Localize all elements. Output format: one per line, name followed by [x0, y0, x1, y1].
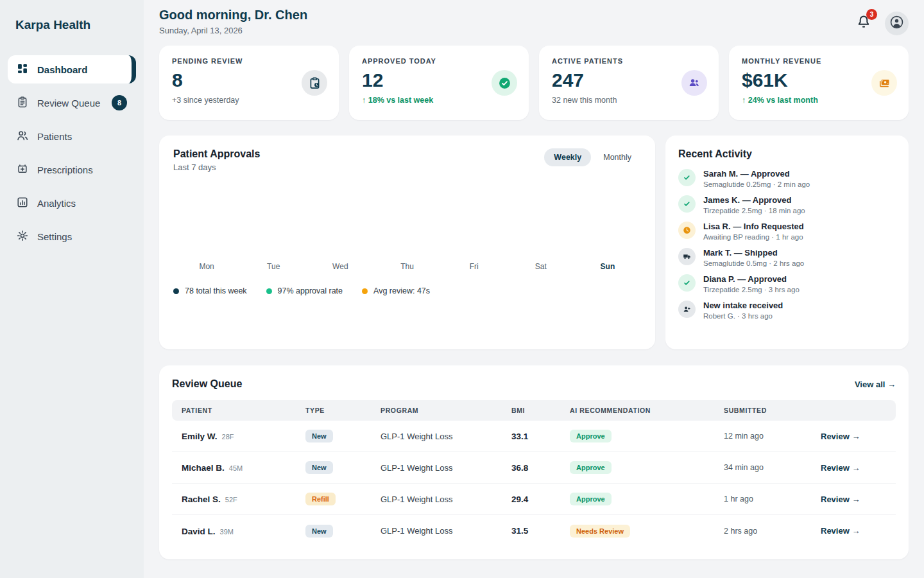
legend-dot: [362, 288, 368, 294]
program: GLP-1 Weight Loss: [381, 463, 511, 473]
legend-label: Avg review: 47s: [373, 286, 430, 295]
type-badge: Refill: [305, 493, 336, 505]
toggle-monthly[interactable]: Monthly: [594, 148, 641, 166]
activity-item: New intake received Robert G. · 3 hrs ag…: [678, 301, 896, 320]
sidebar-item-patients[interactable]: Patients: [8, 122, 136, 150]
activity-detail: Tirzepatide 2.5mg · 18 min ago: [703, 207, 805, 215]
view-all-link[interactable]: View all →: [855, 380, 896, 389]
patient-age: 28F: [222, 433, 234, 441]
stat-card-active-patients: ACTIVE PATIENTS 247 32 new this month: [539, 46, 719, 120]
sidebar-item-prescriptions[interactable]: Prescriptions: [8, 155, 136, 184]
activity-item: Lisa R. — Info Requested Awaiting BP rea…: [678, 222, 896, 241]
money-icon: [871, 70, 897, 96]
activity-title: Sarah M. — Approved: [703, 169, 810, 179]
legend-dot: [266, 288, 272, 294]
type-badge: New: [305, 461, 333, 474]
toggle-weekly[interactable]: Weekly: [544, 148, 591, 166]
page-date: Sunday, April 13, 2026: [159, 26, 307, 35]
sidebar-nav: Dashboard Review Queue 8 Patients Prescr…: [8, 55, 136, 250]
bell-icon: [855, 22, 872, 33]
chart-title: Patient Approvals: [173, 148, 260, 160]
activity-item: Diana P. — Approved Tirzepatide 2.5mg · …: [678, 274, 896, 293]
submitted-time: 1 hr ago: [724, 495, 821, 504]
patient-age: 45M: [229, 464, 243, 472]
program: GLP-1 Weight Loss: [381, 526, 511, 536]
sidebar-item-dashboard[interactable]: Dashboard: [8, 55, 136, 83]
type-badge: New: [305, 430, 333, 442]
column-header: AI RECOMMENDATION: [570, 407, 724, 414]
activity-title: New intake received: [703, 301, 783, 310]
sidebar: Karpa Health Dashboard Review Queue 8 Pa…: [0, 0, 144, 578]
column-header: SUBMITTED: [724, 407, 821, 414]
patient-age: 52F: [225, 496, 237, 504]
chart-range-toggle: Weekly Monthly: [544, 148, 641, 166]
check-icon: [678, 169, 696, 186]
profile-button[interactable]: [885, 12, 909, 35]
sidebar-item-label: Analytics: [37, 198, 76, 209]
stat-sub: ↑ 18% vs last week: [362, 96, 516, 105]
topbar: Good morning, Dr. Chen Sunday, April 13,…: [144, 0, 924, 40]
chart-day-labels: Mon Tue Wed Thu Fri Sat Sun: [173, 262, 641, 271]
check-icon: [678, 274, 696, 292]
patient-approvals-card: Patient Approvals Last 7 days Weekly Mon…: [159, 136, 655, 349]
app-logo: Karpa Health: [8, 15, 136, 35]
activity-item: Sarah M. — Approved Semaglutide 0.25mg ·…: [678, 169, 896, 188]
activity-title: Diana P. — Approved: [703, 274, 800, 284]
activity-item: Mark T. — Shipped Semaglutide 0.5mg · 2 …: [678, 248, 896, 267]
user-avatar-icon: [889, 14, 905, 33]
sidebar-item-label: Settings: [37, 231, 72, 242]
activity-detail: Semaglutide 0.25mg · 2 min ago: [703, 180, 810, 188]
table-row: Rachel S.52F Refill GLP-1 Weight Loss 29…: [172, 484, 896, 515]
bmi-value: 31.5: [511, 526, 570, 536]
people-icon: [17, 130, 28, 143]
clipboard-clock-icon: [302, 70, 327, 96]
ai-recommendation-badge: Approve: [570, 493, 612, 505]
legend-dot: [173, 288, 179, 294]
ai-recommendation-badge: Approve: [570, 430, 612, 442]
sidebar-item-settings[interactable]: Settings: [8, 222, 136, 250]
patient-name: Emily W.: [182, 432, 218, 441]
sidebar-item-label: Patients: [37, 131, 72, 142]
activity-title: Mark T. — Shipped: [703, 248, 804, 258]
recent-activity-card: Recent Activity Sarah M. — Approved Sema…: [665, 136, 909, 349]
submitted-time: 12 min ago: [724, 432, 821, 441]
activity-detail: Semaglutide 0.5mg · 2 hrs ago: [703, 259, 804, 267]
activity-detail: Robert G. · 3 hrs ago: [703, 312, 783, 320]
stat-card-monthly-revenue: MONTHLY REVENUE $61K ↑ 24% vs last month: [729, 46, 909, 120]
analytics-icon: [17, 197, 28, 210]
stat-label: APPROVED TODAY: [362, 57, 516, 65]
review-button[interactable]: Review →: [821, 463, 886, 473]
review-button[interactable]: Review →: [821, 432, 886, 441]
recent-activity-title: Recent Activity: [678, 148, 896, 160]
stat-label: PENDING REVIEW: [172, 57, 326, 65]
activity-detail: Awaiting BP reading · 1 hr ago: [703, 233, 804, 241]
truck-icon: [678, 248, 696, 265]
clipboard-icon: [17, 96, 28, 110]
notifications-button[interactable]: 3: [855, 14, 872, 33]
submitted-time: 2 hrs ago: [724, 527, 821, 536]
column-header: PROGRAM: [381, 407, 511, 414]
review-button[interactable]: Review →: [821, 495, 886, 504]
review-button[interactable]: Review →: [821, 526, 886, 536]
sidebar-item-label: Prescriptions: [37, 164, 93, 175]
column-header: BMI: [511, 407, 570, 414]
day-label: Wed: [307, 262, 373, 271]
stat-sub: 32 new this month: [552, 96, 706, 105]
activity-list: Sarah M. — Approved Semaglutide 0.25mg ·…: [678, 169, 896, 320]
legend-label: 97% approval rate: [278, 286, 343, 295]
table-row: Michael B.45M New GLP-1 Weight Loss 36.8…: [172, 452, 896, 484]
check-icon: [678, 195, 696, 213]
patient-name: David L.: [182, 527, 216, 536]
submitted-time: 34 min ago: [724, 463, 821, 472]
ai-recommendation-badge: Needs Review: [570, 525, 630, 538]
stat-label: MONTHLY REVENUE: [742, 57, 896, 65]
legend-item: Avg review: 47s: [362, 286, 430, 295]
sidebar-item-analytics[interactable]: Analytics: [8, 189, 136, 217]
program: GLP-1 Weight Loss: [381, 432, 511, 441]
sidebar-item-review-queue[interactable]: Review Queue 8: [8, 89, 136, 117]
person-plus-icon: [678, 301, 696, 318]
column-header: PATIENT: [182, 407, 305, 414]
table-header: PATIENT TYPE PROGRAM BMI AI RECOMMENDATI…: [172, 400, 896, 421]
sidebar-item-label: Dashboard: [37, 64, 87, 75]
patients-icon: [681, 70, 707, 96]
